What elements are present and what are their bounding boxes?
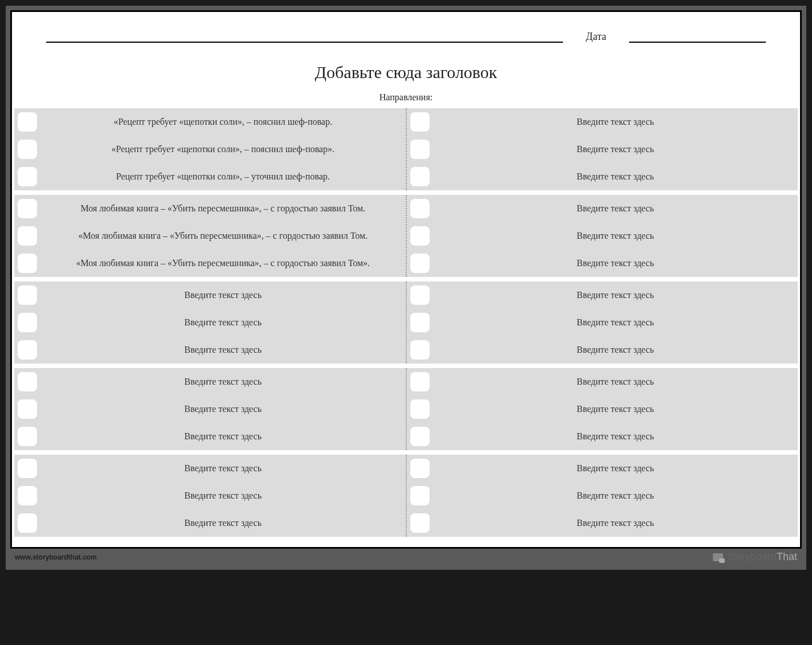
brand-light: That	[777, 551, 797, 562]
option-text[interactable]: Введите текст здесь	[44, 344, 402, 356]
option-text[interactable]: Введите текст здесь	[44, 490, 402, 501]
checkbox[interactable]	[18, 372, 37, 391]
checkbox[interactable]	[18, 340, 37, 360]
checkbox[interactable]	[18, 285, 37, 305]
date-input-line[interactable]	[629, 29, 766, 43]
option-text[interactable]: Введите текст здесь	[436, 289, 795, 301]
question-block: Введите текст здесьВведите текст здесьВв…	[14, 455, 798, 537]
option-text[interactable]: Введите текст здесь	[44, 517, 402, 529]
checkbox[interactable]	[410, 226, 430, 246]
checkbox[interactable]	[410, 372, 430, 391]
option-row: Введите текст здесь	[14, 281, 406, 309]
option-text[interactable]: «Моя любимая книга – «Убить пересмешника…	[44, 230, 402, 242]
option-text[interactable]: Введите текст здесь	[436, 463, 795, 474]
option-row: Введите текст здесь	[407, 395, 798, 423]
checkbox[interactable]	[18, 486, 37, 505]
option-text[interactable]: Введите текст здесь	[436, 517, 795, 529]
option-text[interactable]: «Моя любимая книга – «Убить пересмешника…	[44, 258, 402, 269]
option-text[interactable]: Введите текст здесь	[44, 403, 402, 415]
question-block: Моя любимая книга – «Убить пересмешника»…	[14, 195, 798, 277]
option-text[interactable]: Введите текст здесь	[44, 289, 402, 301]
right-column: Введите текст здесьВведите текст здесьВв…	[407, 108, 798, 190]
checkbox[interactable]	[18, 513, 37, 533]
option-row: Введите текст здесь	[407, 281, 798, 309]
option-row: Введите текст здесь	[407, 509, 798, 537]
checkbox[interactable]	[410, 313, 430, 332]
left-column: Моя любимая книга – «Убить пересмешника»…	[14, 195, 407, 277]
option-text[interactable]: Введите текст здесь	[436, 171, 795, 182]
page-title[interactable]: Добавьте сюда заголовок	[12, 63, 800, 82]
storyboard-icon	[713, 553, 723, 561]
option-row: Введите текст здесь	[14, 482, 406, 509]
question-block: Введите текст здесьВведите текст здесьВв…	[14, 368, 798, 450]
option-text[interactable]: Введите текст здесь	[436, 203, 795, 214]
option-row: Рецепт требует «щепотки соли», – уточнил…	[14, 163, 406, 190]
worksheet-grid: «Рецепт требует «щепотки соли», – поясни…	[12, 108, 800, 541]
option-row: Введите текст здесь	[407, 336, 798, 364]
header-row: Дата	[12, 29, 800, 48]
checkbox[interactable]	[410, 459, 430, 478]
checkbox[interactable]	[410, 427, 430, 446]
checkbox[interactable]	[18, 254, 37, 273]
option-row: Введите текст здесь	[14, 368, 406, 395]
checkbox[interactable]	[410, 254, 430, 273]
option-text[interactable]: Введите текст здесь	[436, 403, 795, 415]
right-column: Введите текст здесьВведите текст здесьВв…	[407, 195, 798, 277]
checkbox[interactable]	[18, 112, 37, 132]
option-text[interactable]: Введите текст здесь	[436, 431, 795, 442]
checkbox[interactable]	[410, 140, 430, 159]
checkbox[interactable]	[18, 199, 37, 218]
option-row: Введите текст здесь	[407, 423, 798, 450]
name-input-line[interactable]	[46, 29, 563, 43]
option-row: Введите текст здесь	[407, 368, 798, 395]
checkbox[interactable]	[410, 513, 430, 533]
option-row: Введите текст здесь	[14, 309, 406, 336]
checkbox[interactable]	[410, 199, 430, 218]
checkbox[interactable]	[410, 399, 430, 419]
option-text[interactable]: Моя любимая книга – «Убить пересмешника»…	[44, 203, 402, 214]
option-text[interactable]: Введите текст здесь	[44, 463, 402, 474]
option-text[interactable]: Введите текст здесь	[436, 490, 795, 501]
option-row: «Моя любимая книга – «Убить пересмешника…	[14, 222, 406, 250]
option-row: Введите текст здесь	[407, 136, 798, 163]
footer: www.storyboardthat.com StoryboardThat	[10, 549, 802, 565]
checkbox[interactable]	[410, 167, 430, 186]
checkbox[interactable]	[410, 486, 430, 505]
checkbox[interactable]	[410, 112, 430, 132]
option-row: Введите текст здесь	[14, 455, 406, 482]
option-row: Введите текст здесь	[407, 250, 798, 277]
option-text[interactable]: Введите текст здесь	[436, 258, 795, 269]
checkbox[interactable]	[410, 340, 430, 360]
footer-url: www.storyboardthat.com	[15, 553, 97, 561]
option-row: Введите текст здесь	[407, 482, 798, 509]
left-column: Введите текст здесьВведите текст здесьВв…	[14, 455, 407, 537]
option-text[interactable]: «Рецепт требует «щепотки соли», – поясни…	[44, 144, 402, 155]
option-text[interactable]: Введите текст здесь	[44, 317, 402, 328]
checkbox[interactable]	[18, 313, 37, 332]
worksheet-page: Дата Добавьте сюда заголовок Направления…	[10, 10, 802, 549]
option-text[interactable]: Введите текст здесь	[44, 431, 402, 442]
option-text[interactable]: Рецепт требует «щепотки соли», – уточнил…	[44, 171, 402, 182]
checkbox[interactable]	[18, 226, 37, 246]
checkbox[interactable]	[18, 427, 37, 446]
checkbox[interactable]	[410, 285, 430, 305]
checkbox[interactable]	[18, 167, 37, 186]
right-column: Введите текст здесьВведите текст здесьВв…	[407, 455, 798, 537]
checkbox[interactable]	[18, 459, 37, 478]
option-text[interactable]: Введите текст здесь	[436, 230, 795, 242]
option-row: Введите текст здесь	[407, 309, 798, 336]
option-row: Введите текст здесь	[14, 395, 406, 423]
directions-label: Направления:	[12, 92, 800, 103]
option-text[interactable]: Введите текст здесь	[436, 376, 795, 387]
option-text[interactable]: Введите текст здесь	[436, 344, 795, 356]
option-text[interactable]: Введите текст здесь	[436, 144, 795, 155]
option-text[interactable]: Введите текст здесь	[436, 116, 795, 128]
option-row: «Моя любимая книга – «Убить пересмешника…	[14, 250, 406, 277]
option-row: Моя любимая книга – «Убить пересмешника»…	[14, 195, 406, 222]
checkbox[interactable]	[18, 140, 37, 159]
option-text[interactable]: «Рецепт требует «щепотки соли», – поясни…	[44, 116, 402, 128]
option-text[interactable]: Введите текст здесь	[436, 317, 795, 328]
right-column: Введите текст здесьВведите текст здесьВв…	[407, 368, 798, 450]
checkbox[interactable]	[18, 399, 37, 419]
option-text[interactable]: Введите текст здесь	[44, 376, 402, 387]
